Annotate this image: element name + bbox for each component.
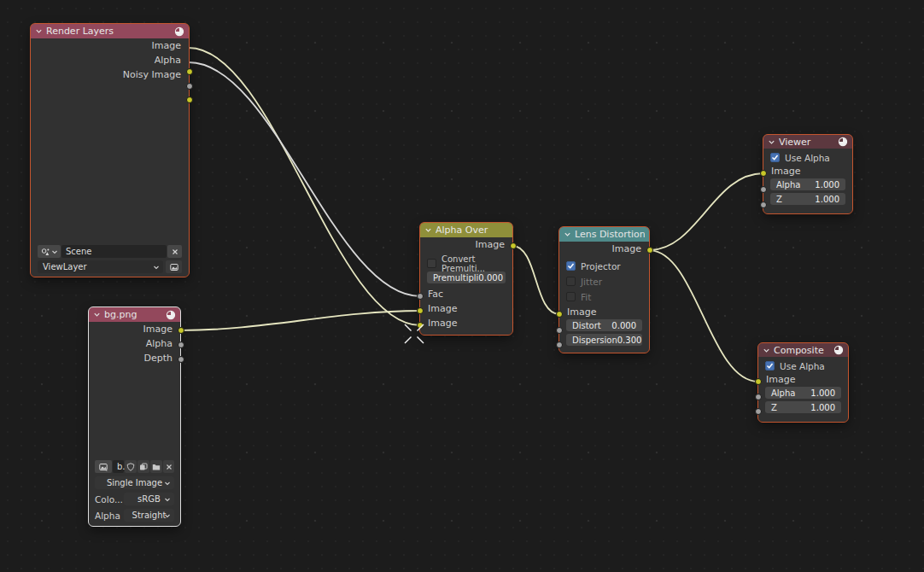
premultiply-slider[interactable]: Premultipli 0.000 [427, 271, 506, 283]
collapse-chevron-icon[interactable] [763, 347, 770, 354]
chevron-down-icon [164, 512, 171, 519]
projector-checkbox-row[interactable]: Projector [559, 260, 649, 272]
socket-in-alpha[interactable] [755, 394, 762, 400]
socket-in-z[interactable] [760, 201, 767, 208]
node-title: Composite [774, 345, 830, 356]
socket-in-image[interactable] [556, 311, 563, 318]
socket-out-image[interactable] [178, 327, 184, 334]
use-alpha-checkbox-row[interactable]: Use Alpha [763, 151, 852, 164]
socket-out-depth[interactable] [178, 356, 184, 363]
convert-premultiplied-checkbox-row[interactable]: Convert Premulti... [420, 257, 512, 270]
dispersion-slider[interactable]: Dispersion 0.300 [566, 334, 642, 346]
preview-sphere-icon[interactable] [166, 310, 176, 320]
collapse-chevron-icon[interactable] [93, 311, 101, 318]
check-icon [771, 154, 779, 161]
collapse-chevron-icon[interactable] [35, 27, 43, 35]
open-image-button[interactable] [150, 460, 162, 473]
node-title: Alpha Over [436, 225, 508, 236]
use-alpha-label: Use Alpha [780, 361, 825, 371]
socket-in-z[interactable] [755, 408, 762, 415]
socket-out-image[interactable] [646, 247, 653, 254]
socket-out-noisy-image[interactable] [186, 96, 193, 103]
input-row-image1: Image [420, 301, 512, 316]
checkbox-unchecked[interactable] [566, 292, 576, 301]
node-composite[interactable]: Composite Use Alpha Image Alpha 1.000 Z … [758, 343, 848, 422]
output-row-noisy-image: Noisy Image [31, 67, 189, 82]
node-header-alpha-over[interactable]: Alpha Over [420, 223, 512, 237]
node-image-bg-png[interactable]: bg.png Image Alpha Depth b... [89, 307, 180, 526]
scene-browse-button[interactable] [38, 245, 61, 258]
output-row-depth: Depth [89, 351, 180, 365]
view-layer-dropdown[interactable]: ViewLayer [38, 260, 163, 273]
node-title: Viewer [779, 137, 834, 148]
node-editor-canvas[interactable]: Render Layers Image Alpha Noisy Image Sc… [0, 0, 924, 572]
distort-slider[interactable]: Distort 0.000 [566, 319, 642, 331]
render-result-icon [170, 263, 178, 271]
new-image-button[interactable] [137, 460, 149, 473]
node-render-layers[interactable]: Render Layers Image Alpha Noisy Image Sc… [31, 24, 189, 277]
link-lensdistortion-to-composite [649, 250, 758, 382]
color-space-dropdown[interactable]: sRGB [124, 493, 174, 505]
socket-in-image[interactable] [760, 170, 767, 177]
image-source-dropdown[interactable]: Single Image [95, 476, 174, 489]
image-browse-button[interactable] [95, 460, 112, 473]
node-header-composite[interactable]: Composite [758, 343, 848, 357]
collapse-chevron-icon[interactable] [424, 226, 432, 234]
preview-sphere-icon[interactable] [833, 345, 844, 355]
checkbox-unchecked[interactable] [427, 259, 436, 268]
socket-out-alpha[interactable] [186, 83, 193, 90]
z-slider[interactable]: Z 1.000 [770, 193, 845, 205]
alpha-slider[interactable]: Alpha 1.000 [770, 178, 845, 190]
fit-checkbox-row[interactable]: Fit [559, 290, 649, 303]
check-icon [766, 362, 774, 370]
socket-in-distort[interactable] [556, 327, 563, 334]
checkbox-checked[interactable] [566, 261, 576, 271]
node-header-viewer[interactable]: Viewer [763, 135, 852, 149]
z-slider[interactable]: Z 1.000 [765, 401, 841, 413]
socket-in-image1[interactable] [417, 307, 424, 314]
preview-sphere-icon[interactable] [838, 137, 848, 147]
node-alpha-over[interactable]: Alpha Over Image Convert Premulti... Pre… [420, 223, 512, 335]
collapse-chevron-icon[interactable] [768, 138, 775, 146]
output-row-image: Image [559, 242, 649, 256]
render-layer-button[interactable] [166, 260, 182, 273]
unlink-image-button[interactable] [163, 460, 174, 473]
link-renderlayers-alpha-to-alphaover-fac [189, 62, 420, 296]
use-alpha-checkbox-row[interactable]: Use Alpha [758, 359, 848, 372]
socket-out-alpha[interactable] [178, 341, 184, 348]
socket-in-image[interactable] [755, 378, 762, 385]
output-row-image: Image [420, 237, 512, 252]
socket-in-dispersion[interactable] [556, 341, 563, 348]
collapse-chevron-icon[interactable] [564, 231, 571, 238]
alpha-slider[interactable]: Alpha 1.000 [765, 387, 841, 399]
link-alphaover-to-lensdistortion [512, 246, 559, 314]
node-lens-distortion[interactable]: Lens Distortion Image Projector Jitter F… [559, 227, 649, 353]
folder-icon [152, 463, 161, 471]
socket-in-fac[interactable] [417, 293, 424, 300]
chevron-down-icon [164, 496, 171, 503]
node-header-bg-png[interactable]: bg.png [89, 307, 180, 322]
preview-sphere-icon[interactable] [174, 26, 184, 37]
node-header-render-layers[interactable]: Render Layers [31, 24, 189, 38]
close-icon [172, 248, 178, 255]
projector-label: Projector [581, 261, 621, 271]
fake-user-button[interactable] [125, 460, 137, 473]
scene-unlink-button[interactable] [167, 245, 182, 258]
checkbox-checked[interactable] [765, 361, 775, 371]
socket-in-alpha[interactable] [760, 186, 767, 193]
duplicate-icon [139, 463, 148, 471]
alpha-mode-dropdown[interactable]: Straight [124, 509, 174, 522]
convert-premultiplied-label: Convert Premulti... [442, 254, 512, 273]
node-header-lens-distortion[interactable]: Lens Distortion [559, 227, 649, 242]
checkbox-unchecked[interactable] [566, 277, 576, 286]
scene-name-field[interactable]: Scene [61, 245, 167, 258]
socket-out-image[interactable] [186, 68, 193, 75]
output-row-alpha: Alpha [89, 336, 180, 351]
image-icon [99, 463, 108, 471]
checkbox-checked[interactable] [770, 153, 780, 162]
socket-out-image[interactable] [510, 242, 517, 249]
node-viewer[interactable]: Viewer Use Alpha Image Alpha 1.000 Z 1.0… [763, 135, 852, 213]
node-title: Lens Distortion [575, 229, 645, 240]
image-name-field[interactable]: b... [113, 460, 124, 473]
jitter-checkbox-row[interactable]: Jitter [559, 275, 649, 288]
